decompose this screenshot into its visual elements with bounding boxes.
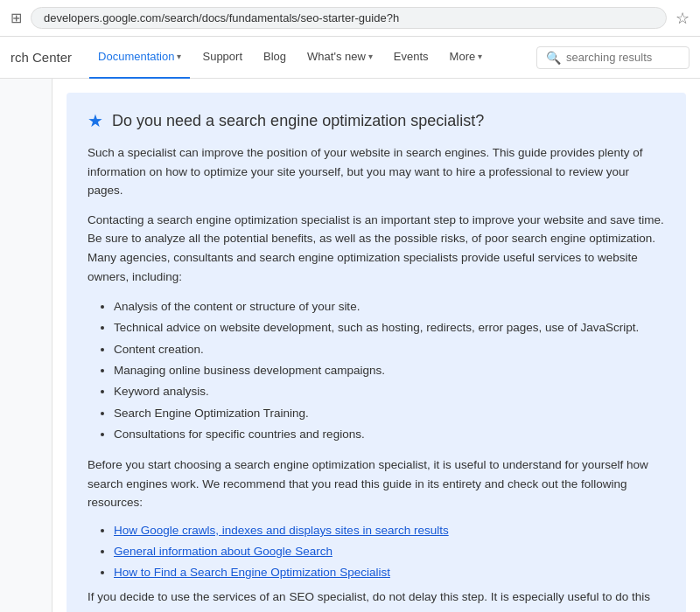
- search-input[interactable]: [566, 51, 680, 64]
- sidebar: [0, 79, 52, 612]
- search-icon: 🔍: [546, 51, 561, 65]
- chevron-down-icon: ▾: [368, 52, 373, 61]
- nav-item-documentation[interactable]: Documentation ▾: [89, 37, 190, 79]
- list-item: Analysis of the content or structure of …: [114, 296, 665, 317]
- url-input[interactable]: [31, 7, 667, 29]
- paragraph-1: Such a specialist can improve the positi…: [88, 143, 665, 200]
- list-item: Content creation.: [114, 339, 665, 360]
- list-item: Search Engine Optimization Training.: [114, 403, 665, 424]
- list-item: General information about Google Search: [114, 544, 665, 558]
- paragraph-3: Before you start choosing a search engin…: [88, 456, 665, 512]
- chevron-down-icon: ▾: [177, 52, 181, 61]
- nav-item-whats-new[interactable]: What's new ▾: [298, 37, 382, 79]
- nav-label-blog: Blog: [263, 50, 286, 63]
- bullet-list: Analysis of the content or structure of …: [114, 296, 665, 445]
- nav-label-whats-new: What's new: [307, 50, 366, 63]
- nav-items: Documentation ▾ Support Blog What's new …: [89, 37, 536, 79]
- list-item: Consultations for specific countries and…: [114, 424, 665, 445]
- nav-item-events[interactable]: Events: [385, 37, 438, 79]
- paragraph-2: Contacting a search engine optimization …: [88, 211, 665, 286]
- list-item: How to Find a Search Engine Optimization…: [114, 565, 665, 579]
- list-item: How Google crawls, indexes and displays …: [114, 523, 665, 537]
- section-title: ★ Do you need a search engine optimizati…: [88, 110, 665, 131]
- site-name: rch Center: [10, 50, 72, 65]
- link-list: How Google crawls, indexes and displays …: [114, 523, 665, 579]
- nav-label-events: Events: [394, 50, 429, 63]
- list-item: Keyword analysis.: [114, 381, 665, 402]
- nav-item-blog[interactable]: Blog: [255, 37, 295, 79]
- content-area: ★ Do you need a search engine optimizati…: [52, 79, 700, 612]
- link-general[interactable]: General information about Google Search: [114, 545, 332, 558]
- content-box: ★ Do you need a search engine optimizati…: [66, 93, 686, 612]
- main-container: ★ Do you need a search engine optimizati…: [0, 79, 700, 612]
- link-crawls[interactable]: How Google crawls, indexes and displays …: [114, 524, 449, 537]
- search-box[interactable]: 🔍: [536, 46, 690, 69]
- star-icon: ★: [88, 110, 103, 131]
- nav-label-documentation: Documentation: [98, 50, 174, 63]
- nav-bar: rch Center Documentation ▾ Support Blog …: [0, 37, 700, 79]
- bookmark-icon[interactable]: ☆: [676, 9, 690, 28]
- link-find-specialist[interactable]: How to Find a Search Engine Optimization…: [114, 566, 390, 579]
- nav-item-more[interactable]: More ▾: [441, 37, 492, 79]
- list-item: Technical advice on website development,…: [114, 317, 665, 338]
- tab-controls-icon[interactable]: ⊞: [10, 10, 22, 26]
- section-heading: Do you need a search engine optimization…: [112, 112, 484, 130]
- chevron-down-icon: ▾: [478, 52, 482, 61]
- nav-item-support[interactable]: Support: [193, 37, 251, 79]
- paragraph-4: If you decide to use the services of an …: [88, 588, 665, 612]
- list-item: Managing online business development cam…: [114, 360, 665, 381]
- nav-label-support: Support: [202, 50, 242, 63]
- nav-label-more: More: [450, 50, 476, 63]
- address-bar: ⊞ ☆: [0, 0, 700, 37]
